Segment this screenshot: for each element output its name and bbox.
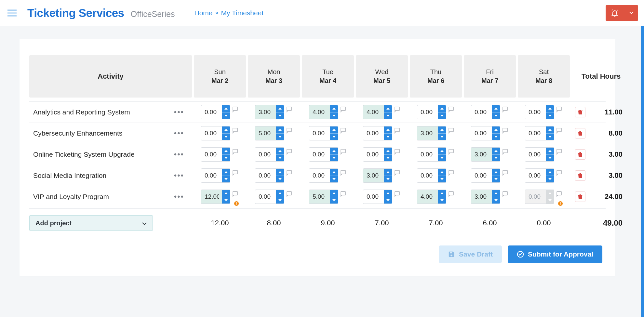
hours-stepper[interactable]: [309, 105, 338, 119]
hours-input[interactable]: [255, 169, 276, 182]
chevron-down-icon[interactable]: [222, 112, 230, 119]
hours-input[interactable]: [417, 169, 438, 182]
hours-input[interactable]: [309, 169, 330, 182]
chevron-up-icon[interactable]: [546, 148, 554, 154]
chevron-up-icon[interactable]: [384, 169, 392, 176]
delete-row-button[interactable]: [575, 192, 585, 202]
note-icon[interactable]: [340, 169, 347, 176]
note-icon[interactable]: [448, 106, 455, 112]
chevron-up-icon[interactable]: [384, 126, 392, 133]
note-icon[interactable]: [556, 148, 563, 155]
chevron-down-icon[interactable]: [330, 176, 338, 182]
chevron-down-icon[interactable]: [492, 112, 500, 119]
hours-input[interactable]: [363, 148, 384, 161]
chevron-up-icon[interactable]: [546, 169, 554, 176]
hours-stepper[interactable]: [201, 126, 230, 140]
chevron-up-icon[interactable]: [546, 190, 554, 197]
hours-stepper[interactable]: [417, 105, 446, 119]
chevron-down-icon[interactable]: [384, 176, 392, 182]
hours-stepper[interactable]: [417, 147, 446, 162]
hours-input[interactable]: [363, 126, 384, 140]
hours-stepper[interactable]: [471, 105, 500, 119]
chevron-down-icon[interactable]: [276, 176, 284, 182]
chevron-down-icon[interactable]: [384, 197, 392, 204]
breadcrumb-home[interactable]: Home: [194, 9, 212, 17]
hours-input[interactable]: [471, 190, 492, 204]
note-icon[interactable]: [340, 106, 347, 112]
notification-bell-icon[interactable]: [606, 5, 624, 21]
hours-input[interactable]: [417, 190, 438, 204]
hours-stepper[interactable]: [309, 168, 338, 183]
hours-input[interactable]: [525, 148, 546, 161]
row-menu-icon[interactable]: •••: [172, 127, 186, 140]
chevron-up-icon[interactable]: [276, 169, 284, 176]
hours-stepper[interactable]: [525, 147, 554, 162]
chevron-down-icon[interactable]: [330, 112, 338, 119]
hours-input[interactable]: [471, 169, 492, 182]
note-icon[interactable]: [556, 191, 563, 197]
chevron-up-icon[interactable]: [276, 126, 284, 133]
row-menu-icon[interactable]: •••: [172, 148, 186, 161]
chevron-up-icon[interactable]: [492, 169, 500, 176]
chevron-down-icon[interactable]: [330, 154, 338, 161]
hours-input[interactable]: [201, 169, 222, 182]
hours-stepper[interactable]: [201, 168, 230, 183]
note-icon[interactable]: [286, 169, 293, 176]
note-icon[interactable]: [502, 169, 509, 176]
chevron-down-icon[interactable]: [222, 176, 230, 182]
note-icon[interactable]: [502, 191, 509, 197]
hours-input[interactable]: [525, 126, 546, 140]
hours-stepper[interactable]: [201, 147, 230, 162]
hours-stepper[interactable]: [255, 126, 284, 140]
chevron-up-icon[interactable]: [276, 105, 284, 112]
chevron-up-icon[interactable]: [330, 148, 338, 154]
hours-input[interactable]: [201, 190, 222, 204]
chevron-up-icon[interactable]: [492, 190, 500, 197]
hours-input[interactable]: [309, 190, 330, 204]
hours-stepper[interactable]: [201, 190, 230, 204]
chevron-up-icon[interactable]: [438, 169, 446, 176]
chevron-down-icon[interactable]: [222, 133, 230, 140]
chevron-up-icon[interactable]: [438, 105, 446, 112]
chevron-down-icon[interactable]: [276, 112, 284, 119]
hours-stepper[interactable]: [525, 105, 554, 119]
chevron-up-icon[interactable]: [546, 126, 554, 133]
hours-stepper[interactable]: [471, 147, 500, 162]
save-draft-button[interactable]: Save Draft: [439, 245, 502, 263]
hours-stepper[interactable]: [525, 190, 554, 204]
chevron-down-icon[interactable]: [438, 176, 446, 182]
note-icon[interactable]: [448, 148, 455, 155]
delete-row-button[interactable]: [575, 170, 585, 181]
note-icon[interactable]: [556, 127, 563, 134]
note-icon[interactable]: [232, 127, 239, 134]
hours-input[interactable]: [471, 105, 492, 119]
hours-stepper[interactable]: [363, 147, 392, 162]
chevron-down-icon[interactable]: [276, 133, 284, 140]
hours-input[interactable]: [363, 190, 384, 204]
hours-stepper[interactable]: [309, 147, 338, 162]
chevron-up-icon[interactable]: [438, 126, 446, 133]
hours-stepper[interactable]: [309, 126, 338, 140]
note-icon[interactable]: [448, 169, 455, 176]
hours-input[interactable]: [525, 169, 546, 182]
hours-stepper[interactable]: [363, 126, 392, 140]
hours-input[interactable]: [471, 148, 492, 161]
chevron-up-icon[interactable]: [492, 105, 500, 112]
chevron-up-icon[interactable]: [384, 148, 392, 154]
note-icon[interactable]: [394, 127, 401, 134]
note-icon[interactable]: [394, 148, 401, 155]
chevron-up-icon[interactable]: [438, 148, 446, 154]
hours-stepper[interactable]: [363, 105, 392, 119]
note-icon[interactable]: [340, 191, 347, 197]
hours-input[interactable]: [471, 126, 492, 140]
hours-stepper[interactable]: [255, 147, 284, 162]
chevron-up-icon[interactable]: [330, 126, 338, 133]
add-project-dropdown[interactable]: Add project: [29, 215, 153, 231]
chevron-up-icon[interactable]: [330, 190, 338, 197]
chevron-up-icon[interactable]: [384, 105, 392, 112]
hours-input[interactable]: [201, 105, 222, 119]
note-icon[interactable]: [340, 148, 347, 155]
hours-stepper[interactable]: [255, 168, 284, 183]
chevron-up-icon[interactable]: [492, 126, 500, 133]
chevron-up-icon[interactable]: [222, 190, 230, 197]
